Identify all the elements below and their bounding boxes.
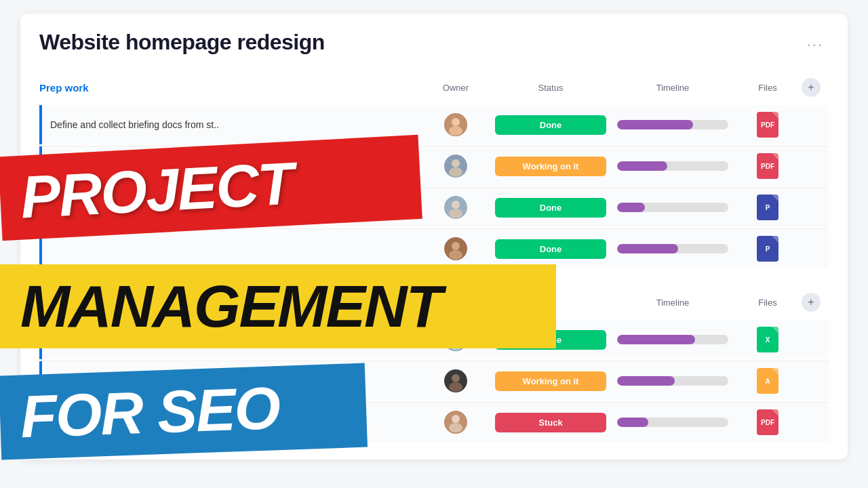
section-2: Timeline Files + Done X: [39, 289, 829, 442]
timeline-fill: [617, 244, 678, 253]
avatar-svg: [444, 113, 467, 136]
timeline-track: [617, 418, 728, 427]
col-status-header: Status: [490, 83, 612, 93]
svg-point-10: [452, 242, 460, 250]
timeline-cell: [612, 335, 734, 344]
file-cell: PDF: [734, 153, 802, 179]
owner-cell: [422, 155, 490, 178]
timeline-fill: [617, 161, 667, 171]
timeline-cell: [612, 203, 734, 212]
owner-cell: [422, 411, 490, 434]
file-icon[interactable]: PDF: [757, 409, 778, 435]
timeline-fill: [617, 376, 675, 386]
col-files-header: Files: [734, 83, 802, 93]
table-row: Done P: [39, 188, 829, 227]
col-timeline-header: Timeline: [612, 83, 734, 93]
svg-point-2: [449, 126, 462, 136]
avatar: [444, 237, 467, 260]
svg-point-13: [452, 333, 460, 341]
page-title: Website homepage redesign: [39, 30, 325, 55]
avatar: [444, 328, 467, 351]
status-badge[interactable]: Done: [495, 198, 606, 218]
svg-point-8: [449, 209, 462, 218]
timeline-fill: [617, 335, 695, 344]
timeline-track: [617, 120, 728, 129]
timeline-cell: [612, 376, 734, 386]
section-header: Prep work Owner Status Timeline Files +: [39, 74, 829, 101]
table-row: Define and collect briefing docs from st…: [39, 105, 829, 144]
status-cell: Working on it: [490, 157, 612, 176]
file-icon[interactable]: X: [757, 327, 778, 352]
status-cell: Done: [490, 198, 612, 218]
timeline-track: [617, 203, 728, 212]
avatar: [444, 113, 467, 136]
owner-cell: [422, 369, 490, 392]
status-badge[interactable]: Stuck: [495, 413, 606, 432]
timeline-cell: [612, 161, 734, 171]
col-files-header2: Files: [734, 298, 802, 308]
avatar: [444, 369, 467, 392]
svg-point-1: [452, 118, 460, 126]
section-title[interactable]: Prep work: [39, 82, 422, 94]
section2-header: Timeline Files +: [39, 289, 829, 316]
table-row: Done X: [39, 320, 829, 359]
task-name[interactable]: A/b test wireframe: [50, 417, 422, 428]
status-badge[interactable]: Working on it: [495, 371, 606, 391]
timeline-fill: [617, 418, 648, 427]
file-icon[interactable]: PDF: [757, 112, 778, 138]
owner-cell: [422, 113, 490, 136]
task-name[interactable]: Competitors an...: [50, 161, 422, 171]
svg-point-11: [449, 250, 462, 260]
file-icon[interactable]: A: [757, 368, 778, 394]
status-cell: Done: [490, 239, 612, 259]
file-cell: PDF: [734, 409, 802, 435]
avatar: [444, 155, 467, 178]
svg-point-16: [452, 374, 460, 382]
owner-cell: [422, 237, 490, 260]
section-prep-work: Prep work Owner Status Timeline Files + …: [39, 74, 829, 268]
timeline-cell: [612, 120, 734, 129]
svg-point-19: [452, 415, 460, 423]
svg-point-7: [452, 201, 460, 209]
file-icon[interactable]: P: [757, 236, 778, 262]
timeline-track: [617, 376, 728, 386]
avatar: [444, 411, 467, 434]
avatar: [444, 196, 467, 219]
timeline-cell: [612, 418, 734, 427]
file-cell: P: [734, 236, 802, 262]
title-row: Website homepage redesign ...: [39, 30, 829, 55]
status-cell: Done: [490, 115, 612, 135]
table-row: A/b test wireframe Stuck PDF: [39, 403, 829, 442]
task-name[interactable]: Define and collect briefing docs from st…: [50, 119, 422, 130]
file-icon[interactable]: P: [757, 195, 778, 220]
status-badge[interactable]: Working on it: [495, 157, 606, 176]
svg-point-17: [449, 382, 462, 392]
timeline-track: [617, 244, 728, 253]
status-badge[interactable]: Done: [495, 115, 606, 135]
status-badge[interactable]: Done: [495, 330, 606, 350]
svg-point-4: [452, 159, 460, 167]
file-icon[interactable]: PDF: [757, 153, 778, 179]
table-row: Done P: [39, 229, 829, 268]
table-row: Competitors an... Working on it PDF: [39, 146, 829, 186]
file-cell: PDF: [734, 112, 802, 138]
main-panel: Website homepage redesign ... Prep work …: [20, 14, 848, 460]
timeline-fill: [617, 120, 693, 129]
timeline-track: [617, 161, 728, 171]
timeline-cell: [612, 244, 734, 253]
status-cell: Done: [490, 330, 612, 350]
status-badge[interactable]: Done: [495, 239, 606, 259]
svg-point-5: [449, 167, 462, 177]
add-column-button[interactable]: +: [802, 78, 821, 97]
table-row: Working on it A: [39, 361, 829, 401]
more-options-button[interactable]: ...: [802, 30, 829, 53]
timeline-fill: [617, 203, 645, 212]
owner-cell: [422, 196, 490, 219]
col-timeline-header2: Timeline: [612, 298, 734, 308]
owner-cell: [422, 328, 490, 351]
timeline-track: [617, 335, 728, 344]
status-cell: Stuck: [490, 413, 612, 432]
file-cell: X: [734, 327, 802, 352]
file-cell: P: [734, 195, 802, 220]
add-column-button2[interactable]: +: [802, 293, 821, 312]
